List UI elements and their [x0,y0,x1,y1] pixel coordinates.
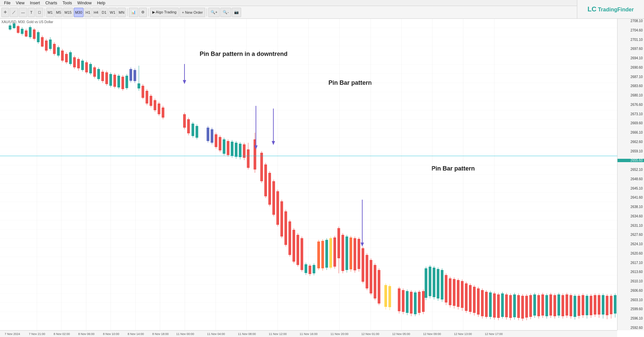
time-label-13: 12 Nov 01:00 [361,332,379,336]
svg-rect-126 [247,149,250,168]
tf-d1[interactable]: D1 [100,8,108,17]
svg-rect-110 [215,134,217,147]
zoom-out-btn[interactable]: 🔍- [220,8,231,17]
svg-rect-262 [517,295,520,318]
svg-rect-252 [497,294,500,318]
time-label-5: 8 Nov 14:00 [128,332,144,336]
price-label: 2645.10 [618,187,644,190]
svg-rect-52 [73,57,76,67]
menu-window[interactable]: Window [77,1,92,5]
tf-m30[interactable]: M30 [74,8,84,17]
price-label: 2631.10 [618,224,644,227]
chart-type-btn[interactable]: 📊 [129,8,138,17]
symbol-name: XAU/USD, M30: Gold vs US Dollar [1,20,53,24]
svg-rect-244 [481,290,484,316]
menu-help[interactable]: Help [97,1,105,5]
price-label: 2662.60 [618,140,644,144]
shapes-tool[interactable]: ◻ [36,8,43,17]
menu-view[interactable]: View [16,1,24,5]
svg-rect-104 [196,126,198,138]
price-label: 2592.60 [618,326,644,330]
svg-rect-258 [509,295,512,318]
svg-rect-266 [525,296,528,318]
screenshot-btn[interactable]: 📷 [232,8,241,17]
svg-rect-286 [566,294,568,316]
chart-area[interactable]: XAU/USD, M30: Gold vs US Dollar Pin Bar … [0,19,644,337]
price-label: 2697.60 [618,47,644,51]
tf-w1[interactable]: W1 [108,8,117,17]
svg-rect-292 [578,296,580,316]
svg-rect-116 [227,141,229,155]
algo-trading-btn[interactable]: ▶ Algo Trading [150,8,179,17]
svg-rect-142 [272,181,275,215]
hline-tool[interactable]: — [19,8,27,17]
svg-rect-20 [9,25,11,29]
svg-rect-96 [162,108,164,118]
svg-rect-198 [384,285,387,307]
svg-rect-154 [297,235,299,265]
svg-rect-168 [337,228,340,258]
tf-h1[interactable]: H1 [84,8,92,17]
svg-rect-298 [590,296,592,315]
tf-m5[interactable]: M5 [55,8,62,17]
svg-rect-200 [388,286,391,307]
sep1 [45,8,45,16]
menu-file[interactable]: File [4,1,10,5]
svg-rect-182 [362,248,364,282]
svg-rect-204 [429,267,431,296]
tf-m15[interactable]: M15 [63,8,73,17]
tf-h4[interactable]: H4 [92,8,100,17]
time-label-0: 7 Nov 2024 [5,332,20,336]
svg-rect-64 [97,69,100,79]
svg-rect-86 [142,86,144,98]
menu-insert[interactable]: Insert [30,1,40,5]
menu-tools[interactable]: Tools [63,1,72,5]
svg-rect-240 [473,287,476,313]
svg-rect-160 [321,241,324,268]
new-order-btn[interactable]: + New Order [179,8,205,17]
chart-svg [0,19,617,330]
crosshair-tool[interactable]: ✛ [1,8,9,17]
svg-rect-152 [292,230,295,262]
svg-rect-50 [69,52,72,64]
svg-rect-108 [211,129,213,143]
svg-rect-46 [61,51,64,61]
svg-rect-138 [264,164,267,196]
tf-m1[interactable]: M1 [46,8,54,17]
zoom-in-btn[interactable]: 🔍+ [208,8,220,17]
price-label: 2687.10 [618,75,644,79]
price-label: 2603.10 [618,298,644,302]
indicators-btn[interactable]: ⚙ [139,8,147,17]
svg-rect-118 [231,142,233,156]
svg-rect-238 [469,285,472,312]
price-label: 2659.10 [618,150,644,153]
svg-rect-220 [461,281,464,308]
svg-rect-188 [305,264,307,273]
svg-rect-62 [93,67,96,77]
text-tool[interactable]: T [28,8,35,17]
price-label: 2613.60 [618,270,644,274]
svg-rect-48 [65,54,68,62]
time-label-14: 12 Nov 05:00 [392,332,410,336]
tf-mn[interactable]: MN [117,8,126,17]
menu-charts[interactable]: Charts [45,1,57,5]
sep4 [207,8,207,16]
price-label: 2606.60 [618,289,644,292]
price-label: 2673.10 [618,113,644,116]
line-tool[interactable]: ／ [10,8,18,17]
time-label-15: 12 Nov 09:00 [423,332,441,336]
sep3 [148,8,149,16]
svg-rect-30 [29,27,32,37]
svg-rect-256 [505,294,508,317]
svg-rect-294 [582,295,584,315]
svg-rect-42 [53,44,56,54]
svg-rect-58 [85,62,88,72]
svg-rect-146 [280,201,283,237]
price-label: 2704.60 [618,29,644,32]
svg-rect-148 [284,211,287,245]
logo: LC TradingFinder [577,0,644,19]
svg-rect-282 [557,294,560,316]
time-label-9: 11 Nov 08:00 [238,332,256,336]
price-label: 2694.10 [618,57,644,60]
price-label: 2638.10 [618,205,644,209]
